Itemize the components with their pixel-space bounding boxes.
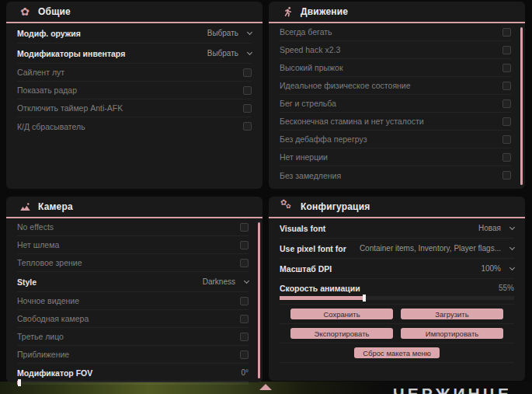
row-label: Сайлент лут xyxy=(17,68,64,77)
checkbox[interactable] xyxy=(240,297,249,305)
panel-title: Движение xyxy=(301,6,348,17)
checkbox[interactable] xyxy=(243,104,252,113)
dropdown[interactable]: Container items, Inventory, Player flags… xyxy=(360,244,514,253)
row-night-vision[interactable]: Ночное видение xyxy=(17,292,249,310)
button-row-reset: Сброс макета меню xyxy=(280,343,514,363)
checkbox[interactable] xyxy=(240,259,249,267)
row-label: Скорость анимации xyxy=(280,284,360,293)
panel-configuration: ✿ ✿ Конфигурация Visuals font Новая Use … xyxy=(269,197,525,381)
dropdown-value: Выбрать xyxy=(207,49,238,58)
scrollbar[interactable] xyxy=(258,222,260,378)
dropdown[interactable]: Выбрать xyxy=(207,49,252,58)
panel-general-header: ✿ Общие xyxy=(6,2,263,23)
row-free-camera[interactable]: Свободная камера xyxy=(17,310,249,328)
row-label: Приближение xyxy=(17,350,69,359)
row-style[interactable]: Style Darkness xyxy=(17,272,249,292)
checkbox[interactable] xyxy=(240,350,249,359)
row-silent-loot[interactable]: Сайлент лут xyxy=(17,64,252,82)
row-no-effects[interactable]: No effects xyxy=(17,218,249,236)
checkbox[interactable] xyxy=(502,64,511,72)
row-run-and-shoot[interactable]: Бег и стрельба xyxy=(280,95,511,113)
chevron-down-icon xyxy=(509,265,515,270)
row-label: Третье лицо xyxy=(17,332,64,341)
row-label: Нет шлема xyxy=(17,240,59,249)
save-button[interactable]: Сохранить xyxy=(290,309,393,319)
import-button[interactable]: Импортировать xyxy=(401,328,503,339)
row-label: Модификаторы инвентаря xyxy=(17,49,125,58)
chevron-down-icon xyxy=(247,30,252,35)
dropdown-value: Новая xyxy=(478,224,501,232)
checkbox[interactable] xyxy=(502,46,511,54)
row-label: Без дебаффа перегруз xyxy=(280,134,367,144)
checkbox[interactable] xyxy=(502,99,511,108)
row-weapon-mod[interactable]: Модиф. оружия Выбрать xyxy=(17,23,252,44)
button-row-export-import: Экспортировать Импортировать xyxy=(280,324,514,343)
checkbox[interactable] xyxy=(243,122,252,131)
row-perfect-physical-state[interactable]: Идеальное физическое состояние xyxy=(280,77,511,95)
row-label: Бег и стрельба xyxy=(280,99,336,108)
row-label: No effects xyxy=(17,222,54,232)
row-high-jump[interactable]: Высокий прыжок xyxy=(280,59,511,77)
chevron-down-icon xyxy=(509,225,515,230)
checkbox[interactable] xyxy=(502,135,511,144)
row-dpi-scale[interactable]: Масштаб DPI 100% xyxy=(280,259,514,279)
row-no-overload-debuff[interactable]: Без дебаффа перегруз xyxy=(280,131,511,148)
dropdown-value: 100% xyxy=(481,264,501,273)
panel-movement-header: Движение xyxy=(269,2,525,23)
dropdown[interactable]: Darkness xyxy=(203,277,249,286)
row-always-run[interactable]: Всегда бегать xyxy=(280,23,511,41)
row-thermal-vision[interactable]: Тепловое зрение xyxy=(17,254,249,272)
panel-camera: Камера No effects Нет шлема Тепловое зре… xyxy=(6,197,263,382)
checkbox[interactable] xyxy=(243,86,252,95)
row-zoom[interactable]: Приближение xyxy=(17,346,249,364)
row-label: Всегда бегать xyxy=(280,27,332,37)
checkbox[interactable] xyxy=(502,171,511,180)
fov-slider-handle[interactable] xyxy=(18,379,21,386)
flower-icon: ✿ xyxy=(19,5,31,18)
load-button[interactable]: Загрузить xyxy=(401,309,503,319)
chevron-down-icon xyxy=(247,50,252,55)
animation-speed-value: 55% xyxy=(499,284,514,292)
checkbox[interactable] xyxy=(502,28,511,37)
animation-speed-slider-handle[interactable] xyxy=(363,295,366,302)
gears-icon: ✿ ✿ xyxy=(281,200,294,213)
row-inventory-mods[interactable]: Модификаторы инвентаря Выбрать xyxy=(17,44,252,64)
row-show-radar[interactable]: Показать радар xyxy=(17,82,252,99)
row-use-pixel-font-for[interactable]: Use pixel font for Container items, Inve… xyxy=(280,239,514,259)
row-third-person[interactable]: Третье лицо xyxy=(17,328,249,346)
checkbox[interactable] xyxy=(240,241,249,249)
row-disable-antiafk-timer[interactable]: Отключить таймер Anti-AFK xyxy=(17,99,252,117)
checkbox[interactable] xyxy=(502,117,511,126)
row-label: Бесконечная стамина и нет усталости xyxy=(280,117,424,126)
row-visuals-font[interactable]: Visuals font Новая xyxy=(280,218,514,239)
animation-speed-header: Скорость анимации 55% xyxy=(280,281,514,295)
row-speed-hack[interactable]: Speed hack x2.3 xyxy=(280,41,511,59)
scrollbar[interactable] xyxy=(520,27,523,185)
row-label: Тепловое зрение xyxy=(17,258,82,267)
fov-slider[interactable] xyxy=(17,381,249,385)
panel-title: Общие xyxy=(38,6,71,17)
row-infinite-stamina[interactable]: Бесконечная стамина и нет усталости xyxy=(280,113,511,131)
dropdown[interactable]: Выбрать xyxy=(207,29,252,37)
fov-value: 0° xyxy=(241,368,249,377)
reset-menu-layout-button[interactable]: Сброс макета меню xyxy=(354,347,440,358)
row-cooldown-reset[interactable]: К/Д сбрасыватель xyxy=(17,117,252,135)
row-label: Модификатор FOV xyxy=(17,368,92,378)
row-no-helmet[interactable]: Нет шлема xyxy=(17,236,249,254)
checkbox[interactable] xyxy=(243,68,252,77)
checkbox[interactable] xyxy=(240,315,249,323)
panel-movement-rows: Всегда бегать Speed hack x2.3 Высокий пр… xyxy=(269,23,525,184)
row-no-inertia[interactable]: Нет инерции xyxy=(280,148,511,166)
checkbox[interactable] xyxy=(240,333,249,341)
checkbox[interactable] xyxy=(502,153,511,162)
dropdown[interactable]: Новая xyxy=(478,224,514,232)
dropdown-value: Выбрать xyxy=(207,29,238,37)
checkbox[interactable] xyxy=(502,82,511,90)
animation-speed-slider-fill xyxy=(280,296,364,300)
dropdown[interactable]: 100% xyxy=(481,264,514,273)
animation-speed-slider[interactable] xyxy=(280,296,514,300)
export-button[interactable]: Экспортировать xyxy=(290,328,393,339)
checkbox[interactable] xyxy=(240,223,249,232)
row-no-slowdown[interactable]: Без замедления xyxy=(280,166,511,184)
row-label: К/Д сбрасыватель xyxy=(17,122,85,131)
